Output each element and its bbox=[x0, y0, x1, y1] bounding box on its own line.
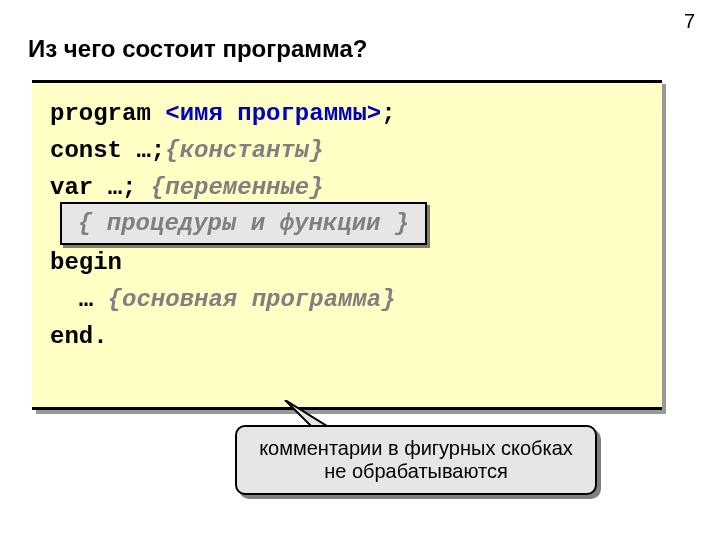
page-number: 7 bbox=[684, 10, 695, 33]
code-line-var: var …; {переменные} bbox=[50, 169, 644, 206]
comment-procfunc: { процедуры и функции } bbox=[78, 210, 409, 237]
slide-title: Из чего состоит программа? bbox=[28, 35, 367, 63]
callout-line2: не обрабатываются bbox=[251, 460, 581, 483]
comment-main: {основная программа} bbox=[108, 286, 396, 313]
code-line-main: … {основная программа} bbox=[50, 281, 644, 318]
callout-line1: комментарии в фигурных скобках bbox=[251, 437, 581, 460]
ellipsis: …; bbox=[136, 137, 165, 164]
procedures-functions-box: { процедуры и функции } bbox=[60, 202, 427, 245]
code-line-const: const …;{константы} bbox=[50, 132, 644, 169]
keyword-begin: begin bbox=[50, 249, 122, 276]
comment-const: {константы} bbox=[165, 137, 323, 164]
keyword-end: end. bbox=[50, 323, 108, 350]
code-line-begin: begin bbox=[50, 244, 644, 281]
callout-box: комментарии в фигурных скобках не обраба… bbox=[235, 425, 597, 495]
code-line-end: end. bbox=[50, 318, 644, 355]
keyword-var: var bbox=[50, 174, 93, 201]
ellipsis: …; bbox=[108, 174, 137, 201]
semicolon: ; bbox=[381, 100, 395, 127]
comment-var: {переменные} bbox=[151, 174, 324, 201]
code-block: program <имя программы>; const …;{конста… bbox=[32, 80, 662, 410]
keyword-const: const bbox=[50, 137, 122, 164]
ellipsis: … bbox=[79, 286, 93, 313]
code-line-program: program <имя программы>; bbox=[50, 95, 644, 132]
placeholder-program-name: <имя программы> bbox=[165, 100, 381, 127]
keyword-program: program bbox=[50, 100, 151, 127]
